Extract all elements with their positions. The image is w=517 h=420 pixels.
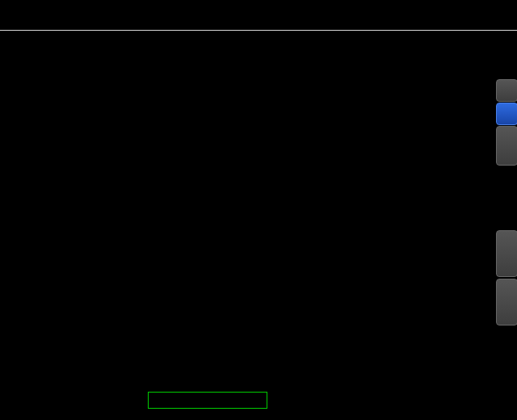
oscilloscope-screen [0,0,517,420]
coupling-gnd-button[interactable] [496,126,517,166]
coupling-ac-button[interactable] [496,79,517,102]
scope-display [0,0,517,420]
invert-button[interactable] [496,279,517,326]
coupling-dc-button[interactable] [496,103,517,125]
bandwidth-limit-button[interactable] [496,230,517,277]
ch4-selected-frame [148,392,267,409]
